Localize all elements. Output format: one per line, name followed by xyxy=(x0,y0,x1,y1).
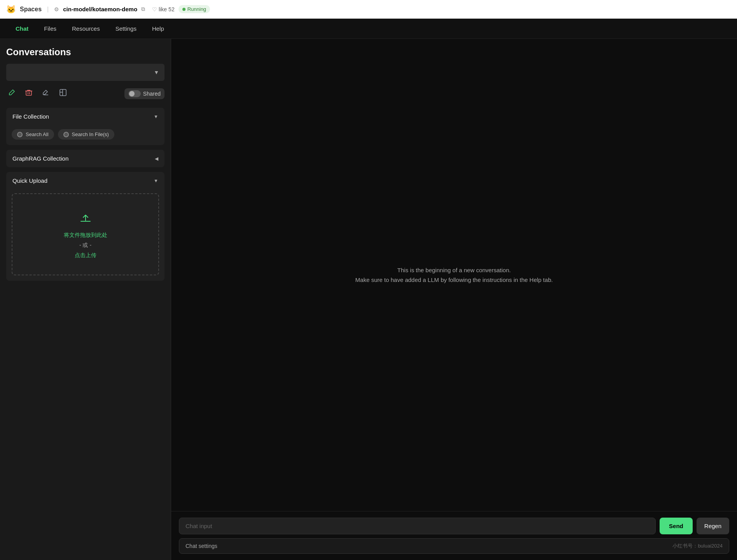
search-all-radio[interactable] xyxy=(17,132,23,137)
chat-messages: This is the beginning of a new conversat… xyxy=(171,39,737,511)
repo-path[interactable]: cin-model/kotaemon-demo xyxy=(63,6,137,12)
nav-item-help[interactable]: Help xyxy=(146,22,170,35)
app-logo: 🐱 xyxy=(6,5,16,14)
svg-rect-0 xyxy=(26,91,32,95)
file-collection-section: File Collection ▼ Search All Search In F… xyxy=(6,108,165,145)
upload-or-text: - 或 - xyxy=(79,242,91,249)
svg-rect-1 xyxy=(60,89,66,96)
upload-drag-text: 将文件拖放到此处 xyxy=(64,232,107,239)
search-in-files-label: Search In File(s) xyxy=(72,131,109,137)
graphrag-collection-section: GraphRAG Collection ◀ xyxy=(6,150,165,167)
heart-icon: ♡ xyxy=(152,6,157,12)
quick-upload-section: Quick Upload ▼ 将文件拖放到此处 - 或 - 点击上传 xyxy=(6,172,165,281)
search-all-option[interactable]: Search All xyxy=(12,129,54,140)
search-in-files-radio[interactable] xyxy=(63,132,69,137)
quick-upload-arrow-icon: ▼ xyxy=(154,178,158,184)
repo-name: kotaemon-demo xyxy=(92,6,137,12)
app-name: Spaces xyxy=(20,6,42,13)
nav-item-settings[interactable]: Settings xyxy=(109,22,143,35)
conversation-dropdown[interactable]: ▼ xyxy=(6,64,165,81)
running-label: Running xyxy=(187,6,206,12)
watermark-text: 小红书号：buluai2024 xyxy=(672,542,723,550)
nav-bar: Chat Files Resources Settings Help xyxy=(0,19,737,39)
copy-icon[interactable]: ⧉ xyxy=(141,6,145,12)
search-all-label: Search All xyxy=(26,131,49,137)
chat-empty-line1: This is the beginning of a new conversat… xyxy=(355,265,553,275)
delete-icon[interactable] xyxy=(23,87,34,100)
rename-icon[interactable] xyxy=(40,87,51,100)
search-in-files-option[interactable]: Search In File(s) xyxy=(58,129,114,140)
divider: | xyxy=(47,6,49,13)
settings-icon: ⚙ xyxy=(54,6,59,12)
layout-icon[interactable] xyxy=(58,87,68,100)
sidebar: Conversations ▼ xyxy=(0,39,171,560)
conversations-title: Conversations xyxy=(6,47,165,58)
nav-item-files[interactable]: Files xyxy=(38,22,63,35)
graphrag-collection-title: GraphRAG Collection xyxy=(12,155,68,162)
quick-upload-title: Quick Upload xyxy=(12,177,47,184)
shared-toggle[interactable]: Shared xyxy=(124,88,165,99)
file-collection-arrow-icon: ▼ xyxy=(154,114,158,119)
chat-settings-label: Chat settings xyxy=(186,543,217,549)
shared-label: Shared xyxy=(143,91,161,97)
like-count: 52 xyxy=(168,6,175,12)
upload-click-text[interactable]: 点击上传 xyxy=(75,252,96,259)
nav-item-resources[interactable]: Resources xyxy=(66,22,106,35)
file-collection-title: File Collection xyxy=(12,113,49,120)
search-options: Search All Search In File(s) xyxy=(6,125,165,145)
graphrag-collection-arrow-icon: ◀ xyxy=(155,156,158,161)
quick-upload-header[interactable]: Quick Upload ▼ xyxy=(6,172,165,189)
like-section[interactable]: ♡ like 52 xyxy=(152,6,175,12)
repo-prefix: cin-model/ xyxy=(63,6,92,12)
nav-item-chat[interactable]: Chat xyxy=(9,22,35,35)
toggle-switch[interactable] xyxy=(128,90,141,97)
main-layout: Conversations ▼ xyxy=(0,39,737,560)
chat-settings-row[interactable]: Chat settings 小红书号：buluai2024 xyxy=(179,538,729,554)
running-badge: Running xyxy=(179,5,210,13)
chat-input[interactable] xyxy=(179,518,656,534)
send-button[interactable]: Send xyxy=(660,518,693,534)
upload-icon xyxy=(78,210,93,229)
like-label: like xyxy=(159,6,167,12)
chat-input-row: Send Regen xyxy=(179,518,729,534)
chat-area: This is the beginning of a new conversat… xyxy=(171,39,737,560)
top-bar: 🐱 Spaces | ⚙ cin-model/kotaemon-demo ⧉ ♡… xyxy=(0,0,737,19)
toolbar: Shared xyxy=(6,87,165,100)
regen-button[interactable]: Regen xyxy=(697,518,729,534)
dropdown-arrow-icon: ▼ xyxy=(154,69,159,75)
chat-empty-message: This is the beginning of a new conversat… xyxy=(355,265,553,285)
edit-icon[interactable] xyxy=(6,87,17,100)
chat-empty-line2: Make sure to have added a LLM by followi… xyxy=(355,275,553,285)
upload-drop-area[interactable]: 将文件拖放到此处 - 或 - 点击上传 xyxy=(12,193,159,275)
running-dot xyxy=(182,8,186,11)
chat-input-area: Send Regen Chat settings 小红书号：buluai2024 xyxy=(171,511,737,560)
file-collection-header[interactable]: File Collection ▼ xyxy=(6,108,165,125)
graphrag-collection-header[interactable]: GraphRAG Collection ◀ xyxy=(6,150,165,167)
